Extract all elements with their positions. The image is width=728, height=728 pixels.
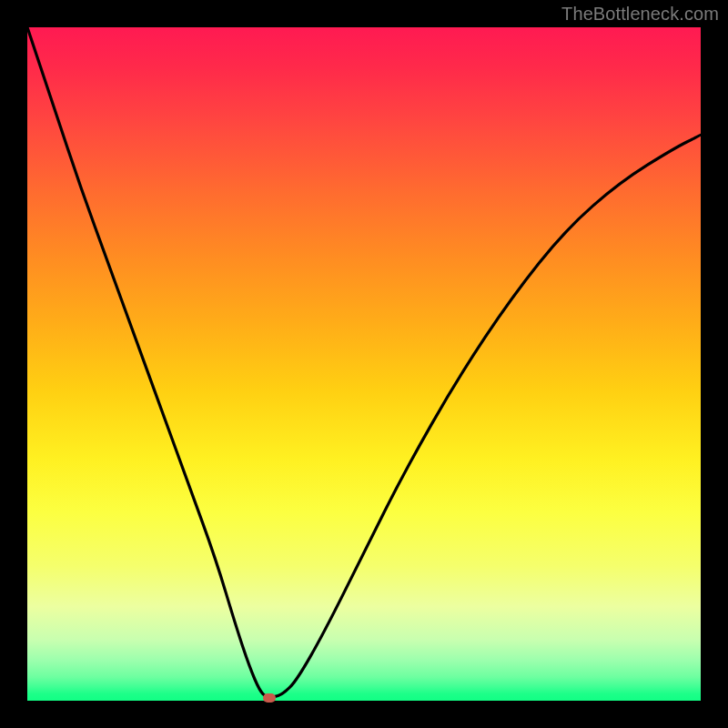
- curve-svg: [27, 27, 701, 701]
- optimum-marker: [263, 693, 276, 703]
- bottleneck-curve: [27, 27, 701, 697]
- plot-area: [27, 27, 701, 701]
- chart-frame: TheBottleneck.com: [0, 0, 728, 728]
- watermark-text: TheBottleneck.com: [561, 4, 719, 25]
